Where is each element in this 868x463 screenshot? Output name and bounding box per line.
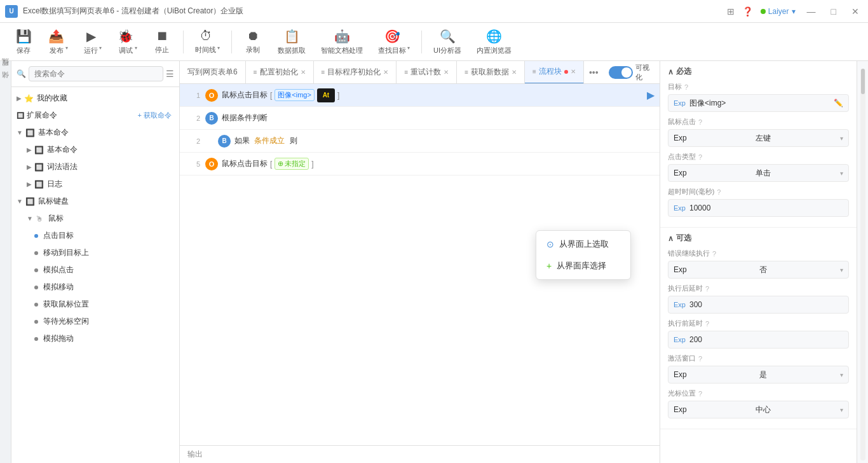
close-button[interactable]: ✕ [848,6,863,17]
error-continue-label-text: 错误继续执行 [668,249,710,258]
sidebar-item-simulate-drag[interactable]: 模拟拖动 [11,330,179,347]
user-menu[interactable]: Laiyer ▾ [761,7,796,16]
sidebar-item-simulate-move[interactable]: 模拟移动 [11,279,179,296]
timeout-help-icon[interactable]: ? [717,188,721,196]
target-help-icon[interactable]: ? [684,83,688,91]
sidebar-item-log[interactable]: ▶ 🔲 日志 [11,176,179,193]
click-type-select[interactable]: Exp 单击 ▾ [668,164,849,182]
right-scrollbar-track[interactable] [860,69,865,460]
activate-window-arrow: ▾ [840,371,843,378]
right-scrollbar-thumb[interactable] [861,69,865,94]
line5-unset[interactable]: ⊕ 未指定 [275,158,309,170]
code-line-5[interactable]: 5 O 鼠标点击目标 [ ⊕ 未指定 ] [180,153,660,176]
delay-after-help-icon[interactable]: ? [705,285,709,293]
activate-window-help-icon[interactable]: ? [698,355,702,363]
field-mouse-click-label: 鼠标点击 ? [668,117,849,127]
click-type-help-icon[interactable]: ? [698,153,702,161]
tab-toggle-area: 可视化 [604,63,660,82]
sidebar-item-wait-idle[interactable]: 等待光标空闲 [11,313,179,330]
code-line-1[interactable]: 1 O 鼠标点击目标 [ 图像<img> At ] ▶ [180,84,660,107]
find-target-button[interactable]: 🎯 查找目标 ▾ [372,25,416,59]
tab-fetch-data[interactable]: ≡ 获取新数据 ✕ [457,61,525,84]
publish-button[interactable]: 📤 发布 ▾ [42,25,74,59]
activate-window-select[interactable]: Exp 是 ▾ [668,366,849,384]
delay-before-input[interactable]: Exp 200 [668,331,849,349]
tab-write[interactable]: 写到网页表单6 [180,61,246,84]
tab-retry-count[interactable]: ≡ 重试计数 ✕ [397,61,457,84]
maximize-button[interactable]: □ [827,6,840,17]
wait-idle-label: 等待光标空闲 [43,316,89,327]
sidebar-item-syntax[interactable]: ▶ 🔲 词法语法 [11,158,179,176]
context-menu-select-from-ui[interactable]: ⊙ 从界面上选取 [536,233,630,255]
delay-after-exp-badge: Exp [674,301,686,308]
get-cmd-button[interactable]: + 获取命令 [138,111,172,120]
delay-after-input[interactable]: Exp 300 [668,296,849,314]
code-line-2b[interactable]: 2 B 如果 条件成立 则 [180,130,660,153]
help-icon[interactable]: ❓ [742,6,753,17]
tab-init-config-close[interactable]: ✕ [301,69,306,76]
builtin-browser-button[interactable]: 🌐 内置浏览器 [470,25,518,59]
mouse-click-select[interactable]: Exp 左键 ▾ [668,129,849,147]
record-button[interactable]: ⏺ 录制 [237,25,269,59]
sidebar-item-mouse[interactable]: ▼ 🖱 鼠标 [11,210,179,227]
tab-fetch-data-close[interactable]: ✕ [512,69,517,76]
timeout-input[interactable]: Exp 10000 [668,199,849,217]
debug-button[interactable]: 🐞 调试 ▾ [111,25,144,59]
publish-arrow: ▾ [65,45,68,51]
sidebar-item-mouse-keyboard[interactable]: ▼ 🔲 鼠标键盘 [11,193,179,210]
grid-icon[interactable]: ⊞ [727,6,735,17]
minimize-button[interactable]: — [803,6,820,17]
visualize-toggle[interactable] [609,66,633,79]
tabs-more-button[interactable]: ••• [584,67,604,78]
tab-flow-block-close[interactable]: ✕ [571,68,576,75]
ui-analyzer-button[interactable]: 🔍 UI分析器 [427,25,468,59]
cursor-pos-select[interactable]: Exp 中心 ▾ [668,401,849,418]
divider-3 [421,31,422,53]
line-icon-1: O [205,89,218,102]
sidebar-item-move-to-target[interactable]: 移动到目标上 [11,244,179,261]
vtab-flow[interactable]: 流程 [0,66,11,76]
tab-flow-block[interactable]: ≡ 流程块 ✕ [525,61,584,84]
mouse-click-help-icon[interactable]: ? [698,118,702,126]
error-continue-select[interactable]: Exp 否 ▾ [668,261,849,279]
tab-init-program[interactable]: ≡ 目标程序初始化 ✕ [314,61,397,84]
tab-init-config[interactable]: ≡ 配置初始化 ✕ [246,61,314,84]
search-input[interactable] [29,66,163,81]
tab-retry-count-close[interactable]: ✕ [444,69,449,76]
context-menu-select-from-lib[interactable]: + 从界面库选择 [536,255,630,277]
move-to-target-dot [34,251,38,255]
sidebar-item-click-target[interactable]: 点击目标 [11,227,179,244]
data-capture-button[interactable]: 📋 数据抓取 [271,25,312,59]
cursor-pos-help-icon[interactable]: ? [698,390,702,397]
stop-button[interactable]: ⏹ 停止 [146,25,178,59]
line5-bracket2: ] [311,160,313,169]
basic-group-icon: 🔲 [25,128,36,137]
timeline-button[interactable]: ⏱ 时间线 ▾ [189,25,226,59]
toolbar: 💾 保存 📤 发布 ▾ ▶ 运行 ▾ 🐞 调试 ▾ ⏹ 停止 ⏱ 时间线 ▾ [0,23,868,61]
sidebar-item-basic-cmd[interactable]: ▶ 🔲 基本命令 [11,141,179,158]
sidebar-menu-icon[interactable]: ☰ [166,69,174,79]
field-cursor-pos-label: 光标位置 ? [668,389,849,398]
smart-doc-button[interactable]: 🤖 智能文档处理 [315,25,369,59]
delay-before-help-icon[interactable]: ? [705,320,709,328]
sidebar-item-basic-group[interactable]: ▼ 🔲 基本命令 [11,124,179,141]
sidebar-item-simulate-click[interactable]: 模拟点击 [11,261,179,279]
target-edit-icon[interactable]: ✏️ [834,99,843,107]
code-line-2[interactable]: 2 B 根据条件判断 [180,107,660,130]
tab-init-program-close[interactable]: ✕ [383,69,388,76]
simulate-move-dot [34,286,38,289]
sidebar-item-expand-cmd[interactable]: 🔲 扩展命令 + 获取命令 [11,107,179,124]
save-icon: 💾 [16,29,32,44]
run-icon: ▶ [86,29,96,44]
error-continue-help-icon[interactable]: ? [712,250,716,258]
line2b-then: 则 [290,135,297,146]
sidebar-item-get-mouse-pos[interactable]: 获取鼠标位置 [11,296,179,313]
save-button[interactable]: 💾 保存 [8,25,39,59]
vtab-data[interactable]: 储 [0,79,11,89]
sidebar-item-favorites[interactable]: ▶ ⭐ 我的收藏 [11,90,179,107]
ui-analyzer-icon: 🔍 [440,29,456,44]
error-continue-arrow: ▾ [840,266,843,273]
sidebar: 🔍 ☰ ▶ ⭐ 我的收藏 🔲 扩展命令 + 获取命令 ▼ 🔲 基本命令 ▶ [11,61,180,463]
run-button[interactable]: ▶ 运行 ▾ [77,25,109,59]
target-input[interactable]: Exp 图像<img> ✏️ [668,94,849,112]
